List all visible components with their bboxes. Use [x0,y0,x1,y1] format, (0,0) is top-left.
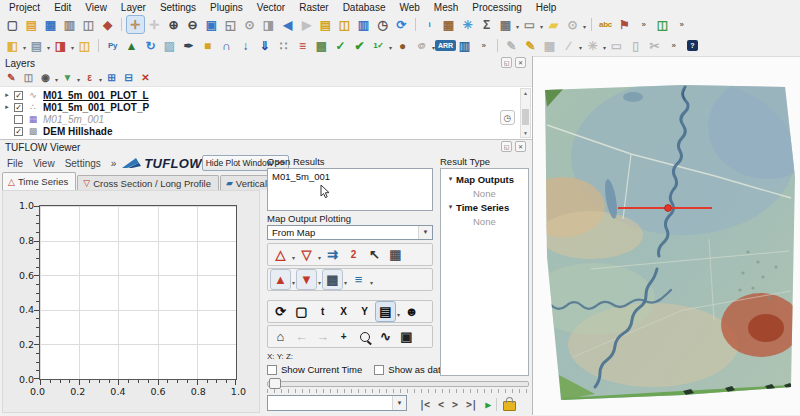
tuflow-menu-item[interactable]: View [28,158,60,169]
attribute-table-icon[interactable]: ▦▾ [497,16,514,33]
layer-visibility-checkbox[interactable]: ✓ [14,103,23,112]
curtain-plot-icon[interactable]: ▩▾ [323,270,342,289]
time-slider[interactable] [267,377,529,388]
layer-visibility-checkbox[interactable]: ✓ [14,91,23,100]
pan-to-selection-icon[interactable]: ✛▾ [146,16,163,33]
scrollbar-thumb[interactable] [522,109,529,125]
statistical-summary-icon[interactable]: Σ▾ [478,16,495,33]
expand-all-icon[interactable]: ⊞▾ [104,71,119,86]
cut-features-icon[interactable]: ✂▾ [646,37,663,54]
select-by-location-icon[interactable]: ◫▾ [76,37,93,54]
menu-item[interactable]: Database [336,2,393,13]
mesh-grid-icon[interactable]: ▦▾ [386,245,405,264]
user-plot-data-icon[interactable]: ☻▾ [402,302,421,321]
map-canvas[interactable] [533,56,800,415]
toolbar-overflow-icon[interactable]: »▾ [673,16,690,33]
map-themes-icon[interactable]: ◉▾ [38,71,53,86]
new-bookmark-icon[interactable]: ▤▾ [317,16,334,33]
cursor-trace-icon[interactable]: ↖▾ [365,245,384,264]
select-rectangle-icon[interactable]: ◧▾ [4,37,21,54]
delete-selected-icon[interactable]: ▯▾ [627,37,644,54]
refresh-plot-icon[interactable]: ⟳▾ [271,302,290,321]
tuflow-map-icon[interactable]: ▨▾ [161,37,178,54]
layers-float-button[interactable]: ◱ [501,57,512,68]
check-all-icon[interactable]: ✔▾ [351,37,368,54]
tuflow-grid-icon[interactable]: ▩▾ [313,37,330,54]
tuflow-spin-icon[interactable]: ↻▾ [142,37,159,54]
layout-manager-icon[interactable]: ◫▾ [80,16,97,33]
tuflow-menu-item[interactable]: File [2,158,28,169]
sep[interactable]: ▾ [121,18,122,31]
checkbox-box[interactable] [267,365,277,375]
refresh-map-icon[interactable]: ⟳▾ [393,16,410,33]
plot-home-icon[interactable]: ⌂▾ [271,327,290,346]
check-tuflow-icon[interactable]: ✓▾ [332,37,349,54]
zoom-full-icon[interactable]: ◱▾ [222,16,239,33]
map-tips-icon[interactable]: ▰▾ [545,16,562,33]
arr-tool-icon[interactable]: ARR▾ [437,37,454,54]
tuflow-import-1d-icon[interactable]: ⇓▾ [256,37,273,54]
plot-forward-icon[interactable]: →▾ [313,327,332,346]
tab-time-series[interactable]: △ Time Series [2,172,76,190]
layer-styling-icon[interactable]: ✎▾ [4,71,19,86]
layer-name[interactable]: M01_5m_001_PLOT_P [43,102,149,113]
zoom-native-icon[interactable]: ▣▾ [203,16,220,33]
tuflow-arch-icon[interactable]: ∩▾ [218,37,235,54]
result-type-tree[interactable]: ▾ Map Outputs None ▾ Time Series [440,168,529,376]
play-button[interactable]: ▶ [485,398,490,410]
zoom-next-icon[interactable]: ▶▾ [298,16,315,33]
identify-features-icon[interactable]: i▾ [421,16,438,33]
timestep-combo[interactable]: ▼ [267,395,407,411]
tree-expand-icon[interactable]: ▾ [445,203,456,211]
plot-axes[interactable] [39,205,237,380]
first-timestep-button[interactable]: |< [419,398,429,410]
toolbar-overflow-icon[interactable]: »▾ [665,37,682,54]
timeseries-from-map-icon[interactable]: ▲▾ [271,270,290,289]
toggle-editing-icon[interactable]: ✎▾ [522,37,539,54]
zoom-to-layer-icon[interactable]: ◨▾ [260,16,277,33]
filter-legend-icon[interactable]: ▼▾ [60,71,75,86]
save-edits-icon[interactable]: ▦▾ [541,37,558,54]
toolbar-overflow-icon[interactable]: »▾ [475,37,492,54]
expand-arrow-icon[interactable]: ▸ [3,103,11,111]
open-results-list[interactable]: M01_5m_001 [267,168,433,211]
style-manager-icon[interactable]: ◆▾ [99,16,116,33]
menu-item[interactable]: Raster [292,2,335,13]
menu-item[interactable]: Project [2,2,47,13]
check-1d-icon[interactable]: 1✓▾ [370,37,387,54]
menu-item[interactable]: Processing [465,2,528,13]
attachment-icon[interactable]: @▾ [413,37,430,54]
bookmark-manager-icon[interactable]: ◫▾ [336,16,353,33]
collapse-all-icon[interactable]: ⊟▾ [121,71,136,86]
next-timestep-button[interactable]: > [452,398,457,410]
save-project-icon[interactable]: ▦▾ [42,16,59,33]
sep[interactable]: ▾ [415,18,416,31]
zoom-to-selection-icon[interactable]: ⊙▾ [241,16,258,33]
flux-line-icon[interactable]: ⇉▾ [323,245,342,264]
tree-expand-icon[interactable]: ▾ [445,175,456,183]
menu-item[interactable]: Edit [47,2,78,13]
filter-expression-icon[interactable]: ε▾ [82,71,97,86]
sep[interactable]: ▾ [98,39,99,52]
toolbar-overflow-icon[interactable]: »▾ [635,16,652,33]
open-project-icon[interactable]: ▤▾ [23,16,40,33]
chevron-down-icon[interactable]: ▼ [418,226,432,239]
menu-item[interactable]: Plugins [203,2,250,13]
prev-timestep-button[interactable]: < [438,398,443,410]
batch-plot-icon[interactable]: ≡▾ [349,270,368,289]
help-icon[interactable]: ?▾ [684,37,701,54]
layer-visibility-checkbox[interactable] [14,115,23,124]
time-slider-track[interactable] [267,381,529,387]
menu-item[interactable]: Mesh [427,2,465,13]
show-current-time-checkbox[interactable]: Show Current Time [267,364,362,375]
layer-row-m01-5m-001-plot-l[interactable]: ▸ ✓ ∿ M01_5m_001_PLOT_L [3,89,532,101]
deselect-all-icon[interactable]: ◨▾ [52,37,69,54]
time-axis-icon[interactable]: t▾ [313,302,332,321]
layer-visibility-checkbox[interactable]: ✓ [14,127,23,136]
scroll-down-icon[interactable]: ▼ [523,129,528,137]
layers-scrollbar[interactable]: ▲ ▼ [520,88,531,138]
measure-icon[interactable]: ▭▾ [521,16,538,33]
pan-map-icon[interactable]: ✛▾ [127,16,144,33]
layer-name[interactable]: DEM Hillshade [43,126,112,137]
layer-row-m01-5m-001[interactable]: ▦ M01_5m_001 [3,113,532,125]
